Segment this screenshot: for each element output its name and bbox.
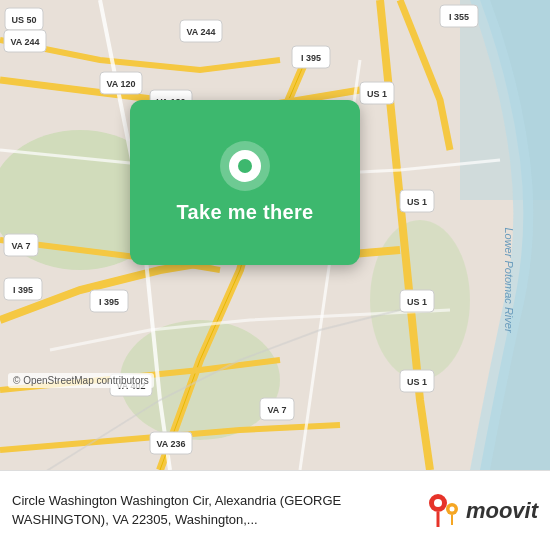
svg-text:US 50: US 50 [11, 15, 36, 25]
svg-text:I 395: I 395 [99, 297, 119, 307]
svg-text:VA 236: VA 236 [156, 439, 185, 449]
moovit-brand-text: moovit [466, 498, 538, 524]
svg-text:VA 7: VA 7 [11, 241, 30, 251]
svg-point-43 [449, 506, 454, 511]
moovit-pin-icon [426, 489, 462, 533]
address-block: Circle Washington Washington Cir, Alexan… [12, 492, 416, 528]
address-text: Circle Washington Washington Cir, Alexan… [12, 492, 416, 528]
svg-text:I 395: I 395 [13, 285, 33, 295]
svg-text:VA 120: VA 120 [106, 79, 135, 89]
svg-point-41 [434, 499, 442, 507]
svg-text:US 1: US 1 [367, 89, 387, 99]
svg-text:US 1: US 1 [407, 297, 427, 307]
bottom-panel: Circle Washington Washington Cir, Alexan… [0, 470, 550, 550]
take-me-there-button[interactable]: Take me there [177, 201, 314, 224]
map-container: US 50 VA 120 VA 244 VA 244 VA 120 US 1 I… [0, 0, 550, 470]
svg-text:I 355: I 355 [449, 12, 469, 22]
svg-text:I 395: I 395 [301, 53, 321, 63]
svg-text:VA 244: VA 244 [186, 27, 215, 37]
osm-attribution: © OpenStreetMap contributors [8, 373, 154, 388]
location-pin-icon [220, 141, 270, 191]
action-card[interactable]: Take me there [130, 100, 360, 265]
svg-text:VA 244: VA 244 [10, 37, 39, 47]
moovit-logo: moovit [426, 489, 538, 533]
svg-text:US 1: US 1 [407, 197, 427, 207]
attribution-text: © OpenStreetMap contributors [13, 375, 149, 386]
svg-text:VA 7: VA 7 [267, 405, 286, 415]
svg-text:US 1: US 1 [407, 377, 427, 387]
svg-text:Lower Potomac River: Lower Potomac River [503, 227, 515, 333]
